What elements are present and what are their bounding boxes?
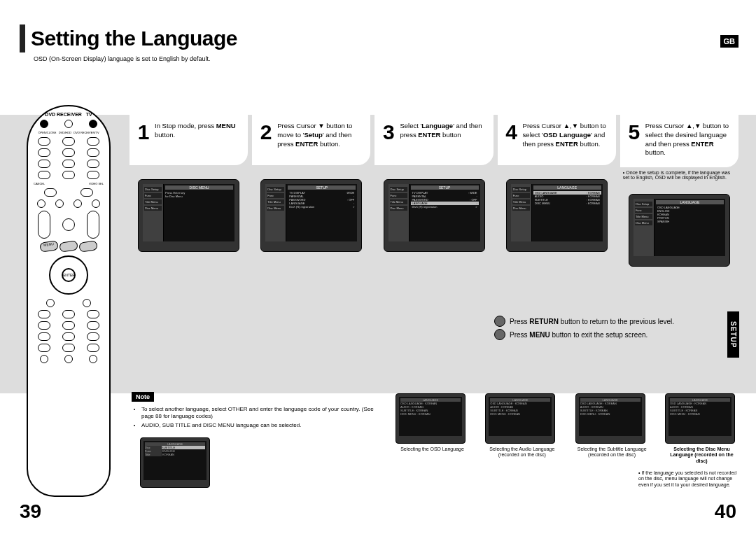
step-4: 4 Press Cursor ▲,▼ button to select 'OSD…	[498, 115, 616, 267]
step-text: Press Cursor ▲,▼ button to select 'OSD L…	[523, 122, 610, 155]
lower-screenshot: LANGUAGE OSD LANGUAGE : KOREANAUDIO : KO…	[485, 393, 559, 464]
step-number: 2	[256, 122, 276, 155]
screenshot-caption: Selecting the Audio Language (recorded o…	[485, 447, 559, 458]
header-accent	[20, 24, 25, 52]
screenshot-caption: Selecting the OSD Language	[396, 447, 469, 452]
step-1: 1 In Stop mode, press MENU button. Disc …	[130, 115, 248, 267]
bullet-text: Press MENU button to exit the setup scre…	[510, 331, 648, 339]
bullet-item: Press RETURN button to return to the pre…	[494, 316, 721, 327]
action-bullets: Press RETURN button to return to the pre…	[494, 314, 721, 342]
step-number: 4	[502, 122, 522, 155]
region-badge: GB	[720, 35, 739, 48]
page-subtitle: OSD (On-Screen Display) language is set …	[34, 55, 756, 62]
step-text: In Stop mode, press MENU button.	[155, 122, 242, 155]
step5-footnote: • Once the setup is complete, if the lan…	[620, 170, 738, 180]
step-text: Press Cursor ▼ button to move to 'Setup'…	[277, 122, 365, 155]
bullet-icon	[494, 316, 505, 327]
step-number: 3	[379, 122, 398, 155]
step-screenshot: Disc SetupFuncTitle MenuDisc Menu LANGUA…	[620, 194, 738, 267]
step-number: 5	[624, 122, 644, 157]
lower-screenshot: LANGUAGE OSD LANGUAGE : KOREANAUDIO : KO…	[665, 393, 738, 464]
step-text: Press Cursor ▲,▼ button to select the de…	[645, 122, 733, 157]
remote-control-illustration: DVD RECEIVER TV OPEN/CLOSE DVD/HDD DVD R…	[27, 105, 111, 497]
note-screenshot: LANGUAGE DiscFuncTitle SUBTITLE ENGLISH …	[136, 437, 217, 488]
step-5: 5 Press Cursor ▲,▼ button to select the …	[620, 115, 738, 267]
step-screenshot: Disc SetupFuncTitle MenuDisc Menu SETUPT…	[252, 179, 370, 252]
page-title: Setting the Language	[31, 27, 237, 50]
lower-footnote: • If the language you selected is not re…	[638, 470, 740, 488]
lower-screenshot: LANGUAGE OSD LANGUAGE : KOREANAUDIO : KO…	[396, 393, 469, 464]
lower-screenshot: LANGUAGE OSD LANGUAGE : KOREANAUDIO : KO…	[575, 393, 649, 464]
section-tab: SETUP	[727, 311, 739, 358]
page-header: Setting the Language	[0, 0, 756, 52]
steps-row: 1 In Stop mode, press MENU button. Disc …	[130, 115, 738, 267]
step-3: 3 Select 'Language' and then press ENTER…	[374, 115, 493, 267]
bullet-text: Press RETURN button to return to the pre…	[510, 318, 674, 325]
step-text: Select 'Language' and then press ENTER b…	[400, 122, 487, 155]
step-screenshot: Disc SetupFuncTitle MenuDisc Menu LANGUA…	[498, 179, 616, 252]
lower-screenshots: LANGUAGE OSD LANGUAGE : KOREANAUDIO : KO…	[392, 393, 742, 464]
screenshot-caption: Selecting the Disc Menu Language (record…	[665, 447, 738, 464]
bullet-item: Press MENU button to exit the setup scre…	[494, 329, 721, 340]
note-badge: Note	[132, 392, 154, 402]
page-number-left: 39	[20, 500, 41, 523]
note-item: To select another language, select OTHER…	[141, 406, 377, 421]
bullet-icon	[494, 329, 505, 340]
screenshot-caption: Selecting the Subtitle Language (recorde…	[575, 447, 649, 458]
step-2: 2 Press Cursor ▼ button to move to 'Setu…	[252, 115, 370, 267]
note-section: Note To select another language, select …	[132, 392, 377, 430]
note-item: AUDIO, SUB TITLE and DISC MENU language …	[141, 422, 377, 429]
step-number: 1	[134, 122, 153, 155]
step-screenshot: Disc SetupFuncTitle MenuDisc Menu DISC M…	[130, 179, 248, 252]
page-number-right: 40	[715, 500, 736, 523]
step-screenshot: Disc SetupFuncTitle MenuDisc Menu SETUPT…	[374, 179, 493, 252]
